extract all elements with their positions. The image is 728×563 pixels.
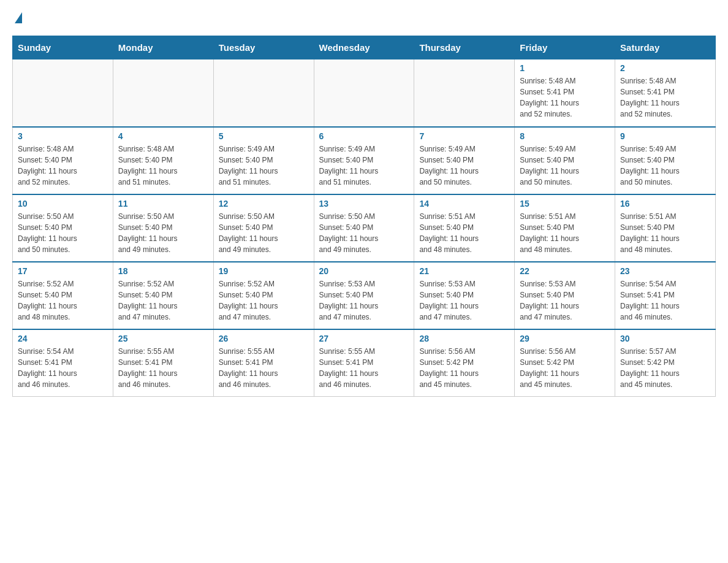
day-number: 16 — [620, 199, 710, 209]
day-info: Sunrise: 5:50 AM Sunset: 5:40 PM Dayligh… — [219, 211, 309, 255]
day-number: 1 — [520, 63, 610, 73]
day-info: Sunrise: 5:48 AM Sunset: 5:40 PM Dayligh… — [18, 144, 108, 188]
calendar-cell — [314, 59, 414, 127]
day-number: 29 — [520, 334, 610, 343]
calendar-cell — [414, 59, 515, 127]
day-info: Sunrise: 5:56 AM Sunset: 5:42 PM Dayligh… — [520, 346, 610, 390]
day-info: Sunrise: 5:55 AM Sunset: 5:41 PM Dayligh… — [219, 346, 309, 390]
day-number: 3 — [18, 131, 108, 141]
day-info: Sunrise: 5:50 AM Sunset: 5:40 PM Dayligh… — [118, 211, 208, 255]
day-info: Sunrise: 5:56 AM Sunset: 5:42 PM Dayligh… — [419, 346, 509, 390]
day-number: 17 — [18, 266, 108, 276]
day-info: Sunrise: 5:49 AM Sunset: 5:40 PM Dayligh… — [319, 144, 409, 188]
week-row-5: 24Sunrise: 5:54 AM Sunset: 5:41 PM Dayli… — [13, 329, 716, 397]
day-number: 21 — [419, 266, 509, 276]
day-info: Sunrise: 5:50 AM Sunset: 5:40 PM Dayligh… — [319, 211, 409, 255]
day-info: Sunrise: 5:53 AM Sunset: 5:40 PM Dayligh… — [520, 278, 610, 323]
calendar-cell: 6Sunrise: 5:49 AM Sunset: 5:40 PM Daylig… — [314, 127, 414, 194]
day-info: Sunrise: 5:52 AM Sunset: 5:40 PM Dayligh… — [219, 278, 309, 323]
day-number: 10 — [18, 199, 108, 209]
day-number: 15 — [520, 199, 610, 209]
calendar-cell: 23Sunrise: 5:54 AM Sunset: 5:41 PM Dayli… — [615, 262, 716, 329]
logo — [12, 12, 22, 23]
day-number: 20 — [319, 266, 409, 276]
weekday-header-monday: Monday — [113, 36, 213, 59]
calendar-cell: 17Sunrise: 5:52 AM Sunset: 5:40 PM Dayli… — [13, 262, 113, 329]
day-info: Sunrise: 5:48 AM Sunset: 5:40 PM Dayligh… — [118, 144, 208, 188]
day-info: Sunrise: 5:53 AM Sunset: 5:40 PM Dayligh… — [419, 278, 509, 323]
day-info: Sunrise: 5:53 AM Sunset: 5:40 PM Dayligh… — [319, 278, 409, 323]
logo-triangle-icon — [15, 12, 22, 23]
calendar-cell: 15Sunrise: 5:51 AM Sunset: 5:40 PM Dayli… — [515, 194, 615, 262]
weekday-header-row: SundayMondayTuesdayWednesdayThursdayFrid… — [13, 36, 716, 59]
calendar-cell: 21Sunrise: 5:53 AM Sunset: 5:40 PM Dayli… — [414, 262, 515, 329]
calendar-cell: 28Sunrise: 5:56 AM Sunset: 5:42 PM Dayli… — [414, 329, 515, 397]
day-info: Sunrise: 5:54 AM Sunset: 5:41 PM Dayligh… — [18, 346, 108, 390]
calendar-cell: 14Sunrise: 5:51 AM Sunset: 5:40 PM Dayli… — [414, 194, 515, 262]
day-number: 13 — [319, 199, 409, 209]
day-number: 11 — [118, 199, 208, 209]
day-info: Sunrise: 5:49 AM Sunset: 5:40 PM Dayligh… — [219, 144, 309, 188]
day-info: Sunrise: 5:51 AM Sunset: 5:40 PM Dayligh… — [620, 211, 710, 255]
calendar-cell: 29Sunrise: 5:56 AM Sunset: 5:42 PM Dayli… — [515, 329, 615, 397]
day-info: Sunrise: 5:50 AM Sunset: 5:40 PM Dayligh… — [18, 211, 108, 255]
calendar-table: SundayMondayTuesdayWednesdayThursdayFrid… — [12, 36, 716, 397]
calendar-cell — [113, 59, 213, 127]
day-number: 6 — [319, 131, 409, 141]
day-info: Sunrise: 5:52 AM Sunset: 5:40 PM Dayligh… — [18, 278, 108, 323]
calendar-cell — [213, 59, 314, 127]
weekday-header-thursday: Thursday — [414, 36, 515, 59]
day-info: Sunrise: 5:49 AM Sunset: 5:40 PM Dayligh… — [520, 144, 610, 188]
day-info: Sunrise: 5:52 AM Sunset: 5:40 PM Dayligh… — [118, 278, 208, 323]
day-number: 14 — [419, 199, 509, 209]
week-row-2: 3Sunrise: 5:48 AM Sunset: 5:40 PM Daylig… — [13, 127, 716, 194]
calendar-cell: 10Sunrise: 5:50 AM Sunset: 5:40 PM Dayli… — [13, 194, 113, 262]
day-number: 27 — [319, 334, 409, 343]
day-info: Sunrise: 5:49 AM Sunset: 5:40 PM Dayligh… — [419, 144, 509, 188]
weekday-header-friday: Friday — [515, 36, 615, 59]
day-info: Sunrise: 5:51 AM Sunset: 5:40 PM Dayligh… — [419, 211, 509, 255]
day-number: 19 — [219, 266, 309, 276]
day-number: 4 — [118, 131, 208, 141]
calendar-cell: 18Sunrise: 5:52 AM Sunset: 5:40 PM Dayli… — [113, 262, 213, 329]
calendar-cell: 22Sunrise: 5:53 AM Sunset: 5:40 PM Dayli… — [515, 262, 615, 329]
calendar-cell: 2Sunrise: 5:48 AM Sunset: 5:41 PM Daylig… — [615, 59, 716, 127]
day-number: 7 — [419, 131, 509, 141]
week-row-1: 1Sunrise: 5:48 AM Sunset: 5:41 PM Daylig… — [13, 59, 716, 127]
calendar-cell: 19Sunrise: 5:52 AM Sunset: 5:40 PM Dayli… — [213, 262, 314, 329]
week-row-3: 10Sunrise: 5:50 AM Sunset: 5:40 PM Dayli… — [13, 194, 716, 262]
calendar-cell: 13Sunrise: 5:50 AM Sunset: 5:40 PM Dayli… — [314, 194, 414, 262]
day-number: 18 — [118, 266, 208, 276]
day-number: 28 — [419, 334, 509, 343]
calendar-cell: 16Sunrise: 5:51 AM Sunset: 5:40 PM Dayli… — [615, 194, 716, 262]
day-number: 22 — [520, 266, 610, 276]
calendar-cell: 4Sunrise: 5:48 AM Sunset: 5:40 PM Daylig… — [113, 127, 213, 194]
calendar-cell: 5Sunrise: 5:49 AM Sunset: 5:40 PM Daylig… — [213, 127, 314, 194]
day-info: Sunrise: 5:55 AM Sunset: 5:41 PM Dayligh… — [319, 346, 409, 390]
calendar-cell: 12Sunrise: 5:50 AM Sunset: 5:40 PM Dayli… — [213, 194, 314, 262]
day-number: 26 — [219, 334, 309, 343]
day-number: 5 — [219, 131, 309, 141]
weekday-header-wednesday: Wednesday — [314, 36, 414, 59]
calendar-cell: 24Sunrise: 5:54 AM Sunset: 5:41 PM Dayli… — [13, 329, 113, 397]
calendar-cell: 7Sunrise: 5:49 AM Sunset: 5:40 PM Daylig… — [414, 127, 515, 194]
calendar-cell: 9Sunrise: 5:49 AM Sunset: 5:40 PM Daylig… — [615, 127, 716, 194]
day-number: 24 — [18, 334, 108, 343]
calendar-cell: 26Sunrise: 5:55 AM Sunset: 5:41 PM Dayli… — [213, 329, 314, 397]
day-number: 12 — [219, 199, 309, 209]
day-info: Sunrise: 5:49 AM Sunset: 5:40 PM Dayligh… — [620, 144, 710, 188]
calendar-cell — [13, 59, 113, 127]
calendar-cell: 1Sunrise: 5:48 AM Sunset: 5:41 PM Daylig… — [515, 59, 615, 127]
week-row-4: 17Sunrise: 5:52 AM Sunset: 5:40 PM Dayli… — [13, 262, 716, 329]
day-info: Sunrise: 5:51 AM Sunset: 5:40 PM Dayligh… — [520, 211, 610, 255]
day-number: 23 — [620, 266, 710, 276]
day-info: Sunrise: 5:54 AM Sunset: 5:41 PM Dayligh… — [620, 278, 710, 323]
day-info: Sunrise: 5:48 AM Sunset: 5:41 PM Dayligh… — [520, 75, 610, 120]
calendar-cell: 27Sunrise: 5:55 AM Sunset: 5:41 PM Dayli… — [314, 329, 414, 397]
weekday-header-saturday: Saturday — [615, 36, 716, 59]
calendar-cell: 11Sunrise: 5:50 AM Sunset: 5:40 PM Dayli… — [113, 194, 213, 262]
calendar-cell: 25Sunrise: 5:55 AM Sunset: 5:41 PM Dayli… — [113, 329, 213, 397]
day-number: 2 — [620, 63, 710, 73]
day-number: 9 — [620, 131, 710, 141]
day-info: Sunrise: 5:57 AM Sunset: 5:42 PM Dayligh… — [620, 346, 710, 390]
